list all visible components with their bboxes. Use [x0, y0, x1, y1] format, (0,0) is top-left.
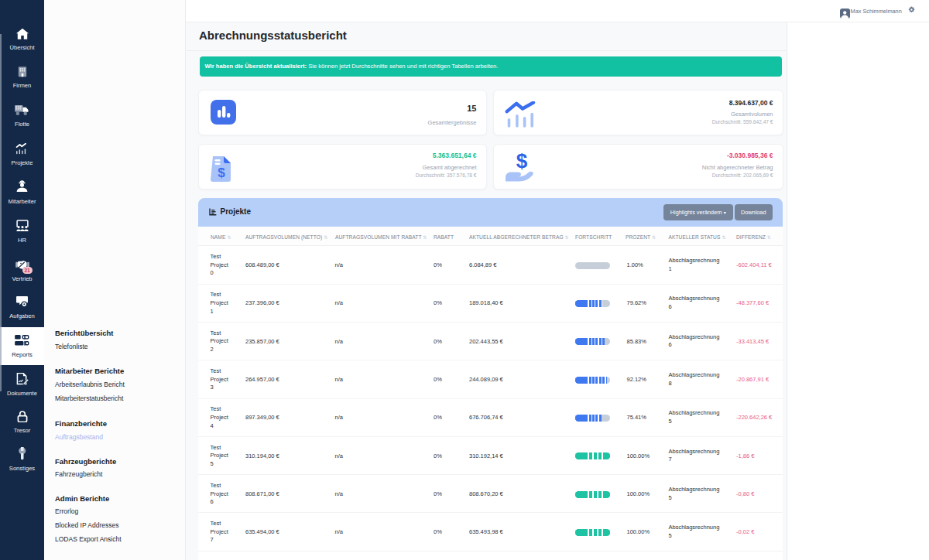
svg-text:$: $	[516, 149, 528, 172]
svg-text:$: $	[218, 166, 226, 180]
